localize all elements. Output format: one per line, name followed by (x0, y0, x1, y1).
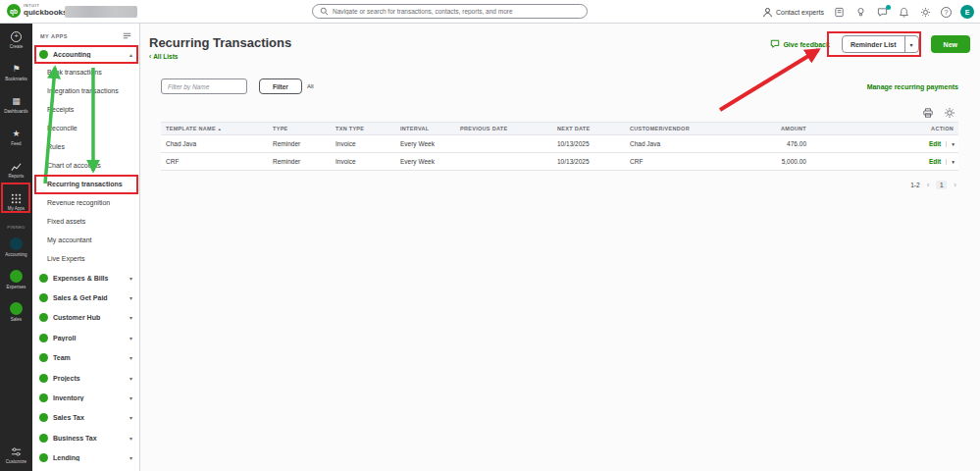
expenses-bills-label: Expenses & Bills (53, 275, 125, 282)
col-customer-vendor[interactable]: CUSTOMER/VENDOR (625, 126, 746, 131)
all-lists-label: All Lists (153, 53, 178, 60)
cell-customer-vendor: Chad Java (625, 140, 746, 147)
table-tools (140, 106, 955, 119)
top-header: qb INTUIT quickbooks Contact experts (0, 0, 980, 24)
tasks-icon[interactable] (833, 6, 846, 19)
bell-icon[interactable] (898, 6, 910, 19)
sidebar-group-business-tax[interactable]: Business Tax ▾ (32, 428, 139, 447)
sidebar-title: MY APPS (40, 33, 68, 39)
messages-icon[interactable] (876, 6, 889, 19)
sidebar-item-bank-transactions[interactable]: Bank transactions (32, 63, 139, 81)
sidebar-group-customer-hub[interactable]: Customer Hub ▾ (32, 308, 139, 328)
rail-item-pinned-sales[interactable]: Sales (0, 295, 32, 328)
cell-action: Edit ▾ (811, 140, 958, 147)
cell-interval: Every Week (395, 158, 455, 165)
rail-item-bookmarks[interactable]: ⚑ Bookmarks (0, 56, 32, 88)
sales-tax-label: Sales Tax (53, 414, 125, 421)
rail-item-dashboards[interactable]: ▦ Dashboards (0, 88, 32, 121)
chevron-down-icon: ▾ (129, 354, 132, 361)
sidebar-group-sales-tax[interactable]: Sales Tax ▾ (32, 408, 139, 428)
rail-item-feed[interactable]: ★ Feed (0, 121, 32, 153)
row-action-dropdown-icon[interactable]: ▾ (946, 141, 954, 147)
global-search[interactable] (312, 4, 588, 19)
rail-item-reports[interactable]: Reports (0, 153, 32, 185)
prev-page-button[interactable]: ‹ (927, 182, 930, 189)
row-action-dropdown-icon[interactable]: ▾ (946, 159, 954, 165)
sidebar-item-integration-transactions[interactable]: Integration transactions (32, 81, 139, 100)
rail-item-create[interactable]: + Create (0, 24, 32, 56)
quickbooks-logo[interactable]: qb INTUIT quickbooks (7, 4, 67, 18)
rail-item-pinned-accounting[interactable]: Accounting (0, 231, 32, 263)
customer-hub-label: Customer Hub (53, 314, 125, 321)
profile-avatar[interactable]: E (960, 5, 974, 19)
sidebar-item-fixed-assets[interactable]: Fixed assets (32, 212, 139, 231)
sidebar-item-receipts[interactable]: Receipts (32, 100, 139, 119)
col-template-name[interactable]: TEMPLATE NAME ▲ (161, 126, 268, 131)
chevron-down-icon[interactable]: ▾ (904, 36, 918, 52)
reminder-list-label: Reminder List (843, 36, 904, 52)
rail-item-pinned-expenses[interactable]: Expenses (0, 263, 32, 295)
dashboard-grid-icon: ▦ (12, 95, 21, 107)
edit-link[interactable]: Edit (929, 140, 941, 147)
sales-tax-icon (39, 413, 48, 422)
insights-lightbulb-icon[interactable] (854, 6, 867, 19)
sidebar-item-reconcile[interactable]: Reconcile (32, 119, 139, 137)
cell-next-date: 10/13/2025 (552, 140, 625, 147)
sidebar-group-inventory[interactable]: Inventory ▾ (32, 388, 139, 407)
contact-experts-button[interactable]: Contact experts (762, 7, 824, 18)
filter-scope-label[interactable]: All (307, 83, 314, 89)
cell-next-date: 10/13/2025 (552, 158, 625, 165)
lending-icon (39, 453, 48, 462)
page-number[interactable]: 1 (936, 181, 947, 189)
sidebar-group-accounting[interactable]: Accounting ▴ (32, 45, 139, 63)
sidebar-item-my-accountant[interactable]: My accountant (32, 231, 139, 249)
sidebar-item-chart-of-accounts[interactable]: Chart of accounts (32, 156, 139, 175)
sidebar-group-expenses-bills[interactable]: Expenses & Bills ▾ (32, 268, 139, 288)
manage-my-apps-icon[interactable] (123, 31, 131, 40)
chevron-down-icon: ▾ (129, 294, 132, 301)
col-amount[interactable]: AMOUNT (746, 126, 811, 131)
all-lists-link[interactable]: ‹ All Lists (149, 53, 291, 60)
filter-by-name-input[interactable] (161, 78, 247, 94)
page-head-actions: Give feedback Reminder List ▾ New (770, 35, 972, 53)
filter-button[interactable]: Filter (259, 78, 302, 94)
chevron-down-icon: ▾ (129, 414, 132, 421)
cell-type: Reminder (268, 140, 331, 147)
edit-link[interactable]: Edit (929, 158, 941, 165)
help-icon[interactable]: ? (941, 7, 952, 18)
next-page-button[interactable]: › (954, 182, 956, 189)
back-chevron-icon: ‹ (149, 53, 151, 60)
projects-label: Projects (53, 375, 125, 382)
rail-item-my-apps[interactable]: My Apps (0, 185, 32, 218)
sidebar-group-team[interactable]: Team ▾ (32, 348, 139, 368)
cell-action: Edit ▾ (811, 158, 958, 165)
col-txn-type[interactable]: TXN TYPE (331, 126, 395, 131)
sidebar-group-sales-get-paid[interactable]: Sales & Get Paid ▾ (32, 288, 139, 307)
col-interval[interactable]: INTERVAL (395, 126, 455, 131)
new-button[interactable]: New (931, 35, 970, 53)
give-feedback-link[interactable]: Give feedback (770, 39, 829, 49)
col-previous-date[interactable]: PREVIOUS DATE (455, 126, 552, 131)
row-range-label: 1-2 (910, 182, 919, 188)
col-type[interactable]: TYPE (268, 126, 331, 131)
sidebar-item-live-experts[interactable]: Live Experts (32, 249, 139, 268)
sidebar-item-recurring-transactions[interactable]: Recurring transactions (32, 175, 139, 193)
table-settings-gear-icon[interactable] (944, 107, 955, 119)
rail-item-customize[interactable]: Customize (0, 439, 32, 471)
reports-chart-icon (11, 160, 22, 172)
notification-badge (886, 5, 891, 10)
sidebar-group-payroll[interactable]: Payroll ▾ (32, 328, 139, 347)
gear-icon[interactable] (919, 6, 932, 19)
sidebar-item-revenue-recognition[interactable]: Revenue recognition (32, 193, 139, 212)
sidebar-group-lending[interactable]: Lending ▾ (32, 448, 139, 468)
sidebar-item-rules[interactable]: Rules (32, 137, 139, 156)
manage-recurring-payments-link[interactable]: Manage recurring payments (867, 83, 958, 90)
sidebar-group-projects[interactable]: Projects ▾ (32, 368, 139, 388)
reminder-list-dropdown[interactable]: Reminder List ▾ (842, 35, 919, 53)
search-input[interactable] (333, 8, 580, 15)
accounting-icon (39, 50, 48, 59)
table-row: Chad Java Reminder Invoice Every Week 10… (161, 135, 958, 153)
print-icon[interactable] (922, 107, 934, 119)
col-next-date[interactable]: NEXT DATE (552, 126, 625, 131)
rail-label-dashboards: Dashboards (4, 109, 27, 114)
